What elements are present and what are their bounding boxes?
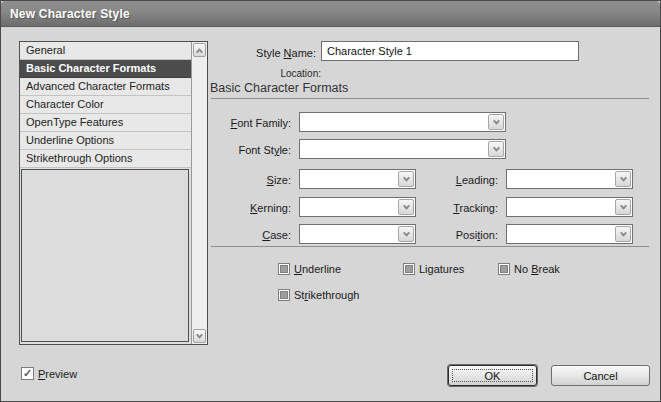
preview-checkbox[interactable]: ✓ — [21, 367, 34, 380]
underline-checkbox[interactable] — [278, 263, 290, 275]
case-label: Case: — [211, 228, 291, 242]
position-label: Position: — [421, 228, 498, 242]
font-style-label: Font Style: — [211, 143, 291, 157]
underline-checkbox-label: Underline — [294, 263, 341, 276]
sidebar-item-character-color[interactable]: Character Color — [20, 96, 191, 114]
chevron-down-icon[interactable] — [615, 199, 631, 215]
sidebar-item-basic-character-formats[interactable]: Basic Character Formats — [20, 60, 191, 78]
section-divider — [211, 98, 649, 99]
sidebar-item-underline-options[interactable]: Underline Options — [20, 132, 191, 150]
check-icon: ✓ — [23, 368, 32, 379]
style-name-label: Style Name: — [211, 46, 316, 60]
chevron-down-icon[interactable] — [615, 226, 631, 242]
leading-label: Leading: — [421, 173, 498, 187]
sidebar-item-advanced-character-formats[interactable]: Advanced Character Formats — [20, 78, 191, 96]
size-label: Size: — [211, 173, 291, 187]
chevron-down-icon[interactable] — [398, 226, 414, 242]
font-style-select[interactable] — [299, 139, 506, 159]
ligatures-checkbox[interactable] — [403, 263, 415, 275]
scroll-down-button[interactable] — [193, 329, 206, 343]
location-label: Location: — [211, 68, 321, 79]
font-family-select[interactable] — [299, 112, 506, 132]
list-scrollbar[interactable] — [191, 42, 207, 344]
strikethrough-checkbox-label: Strikethrough — [294, 289, 359, 302]
kerning-select[interactable] — [299, 197, 416, 217]
dialog-title: New Character Style — [10, 7, 130, 21]
chevron-down-icon[interactable] — [398, 199, 414, 215]
chevron-down-icon — [196, 331, 203, 338]
position-select[interactable] — [506, 224, 633, 244]
sidebar-item-general[interactable]: General — [20, 42, 191, 60]
preview-checkbox-label: Preview — [38, 368, 77, 381]
no-break-checkbox[interactable] — [498, 263, 510, 275]
options-divider — [211, 246, 649, 247]
chevron-down-icon[interactable] — [398, 171, 414, 187]
no-break-checkbox-label: No Break — [514, 263, 560, 276]
category-list-empty-area — [21, 169, 189, 342]
font-family-label: Font Family: — [211, 116, 291, 130]
chevron-down-icon[interactable] — [615, 171, 631, 187]
chevron-down-icon[interactable] — [488, 114, 504, 130]
style-name-input[interactable]: Character Style 1 — [321, 41, 579, 61]
tracking-label: Tracking: — [421, 201, 498, 215]
ligatures-checkbox-label: Ligatures — [419, 263, 464, 276]
category-list-items: General Basic Character Formats Advanced… — [20, 42, 191, 168]
tracking-select[interactable] — [506, 197, 633, 217]
leading-select[interactable] — [506, 169, 633, 189]
sidebar-item-opentype-features[interactable]: OpenType Features — [20, 114, 191, 132]
section-title: Basic Character Formats — [210, 81, 348, 95]
strikethrough-checkbox[interactable] — [278, 289, 290, 301]
category-list: General Basic Character Formats Advanced… — [19, 41, 208, 345]
chevron-up-icon — [196, 48, 203, 55]
ok-button[interactable]: OK — [448, 365, 537, 386]
cancel-button[interactable]: Cancel — [551, 365, 650, 386]
chevron-down-icon[interactable] — [488, 141, 504, 157]
case-select[interactable] — [299, 224, 416, 244]
new-character-style-dialog: New Character Style General Basic Charac… — [0, 0, 661, 402]
kerning-label: Kerning: — [211, 201, 291, 215]
sidebar-item-strikethrough-options[interactable]: Strikethrough Options — [20, 150, 191, 168]
scroll-up-button[interactable] — [193, 43, 206, 57]
titlebar[interactable]: New Character Style — [1, 1, 660, 27]
size-select[interactable] — [299, 169, 416, 189]
